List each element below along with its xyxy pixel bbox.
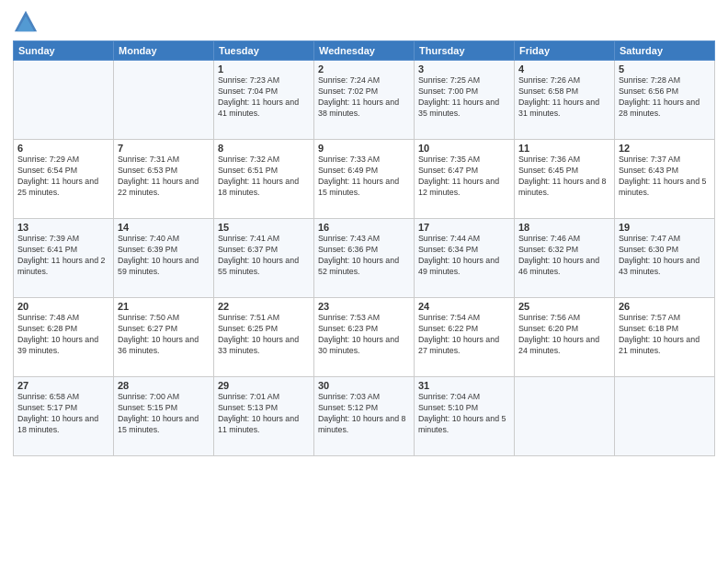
day-number: 3 [418,63,510,75]
day-info: Sunrise: 7:28 AM Sunset: 6:56 PM Dayligh… [619,75,711,120]
calendar-cell: 14Sunrise: 7:40 AM Sunset: 6:39 PM Dayli… [114,219,214,298]
day-info: Sunrise: 7:01 AM Sunset: 5:13 PM Dayligh… [218,392,310,436]
day-info: Sunrise: 7:00 AM Sunset: 5:15 PM Dayligh… [118,392,210,436]
day-number: 7 [118,143,210,154]
calendar-cell: 31Sunrise: 7:04 AM Sunset: 5:10 PM Dayli… [415,377,515,456]
day-number: 8 [218,143,310,154]
calendar-cell: 12Sunrise: 7:37 AM Sunset: 6:43 PM Dayli… [615,140,715,219]
calendar-cell: 30Sunrise: 7:03 AM Sunset: 5:12 PM Dayli… [314,377,415,456]
day-number: 28 [118,380,210,391]
calendar-header-row: SundayMondayTuesdayWednesdayThursdayFrid… [14,41,715,61]
day-info: Sunrise: 7:41 AM Sunset: 6:37 PM Dayligh… [218,234,310,278]
calendar-cell: 10Sunrise: 7:35 AM Sunset: 6:47 PM Dayli… [415,140,515,219]
day-number: 22 [218,301,310,312]
day-info: Sunrise: 7:57 AM Sunset: 6:18 PM Dayligh… [619,313,711,357]
day-info: Sunrise: 7:31 AM Sunset: 6:53 PM Dayligh… [118,155,210,199]
day-info: Sunrise: 7:35 AM Sunset: 6:47 PM Dayligh… [418,155,510,199]
day-header-monday: Monday [114,41,214,61]
calendar-week-row: 13Sunrise: 7:39 AM Sunset: 6:41 PM Dayli… [14,219,715,298]
day-number: 27 [17,380,109,391]
calendar-cell [615,377,715,456]
day-info: Sunrise: 7:04 AM Sunset: 5:10 PM Dayligh… [418,392,510,436]
day-info: Sunrise: 7:24 AM Sunset: 7:02 PM Dayligh… [318,75,410,120]
day-number: 31 [418,380,510,391]
day-number: 19 [619,222,711,233]
calendar-cell: 25Sunrise: 7:56 AM Sunset: 6:20 PM Dayli… [515,298,615,377]
day-info: Sunrise: 7:25 AM Sunset: 7:00 PM Dayligh… [418,75,510,120]
calendar-cell: 27Sunrise: 6:58 AM Sunset: 5:17 PM Dayli… [14,377,114,456]
day-info: Sunrise: 7:54 AM Sunset: 6:22 PM Dayligh… [418,313,510,357]
day-header-wednesday: Wednesday [314,41,415,61]
calendar-cell: 6Sunrise: 7:29 AM Sunset: 6:54 PM Daylig… [14,140,114,219]
day-number: 13 [17,222,109,233]
day-number: 11 [518,143,610,154]
calendar-table: SundayMondayTuesdayWednesdayThursdayFrid… [13,40,715,456]
calendar-cell: 15Sunrise: 7:41 AM Sunset: 6:37 PM Dayli… [214,219,314,298]
day-number: 30 [318,380,410,391]
day-header-tuesday: Tuesday [214,41,314,61]
logo-icon [13,9,39,35]
day-number: 2 [318,63,410,75]
day-number: 10 [418,143,510,154]
calendar-cell: 18Sunrise: 7:46 AM Sunset: 6:32 PM Dayli… [515,219,615,298]
day-number: 15 [218,222,310,233]
day-header-friday: Friday [515,41,615,61]
day-number: 5 [619,63,711,75]
day-info: Sunrise: 6:58 AM Sunset: 5:17 PM Dayligh… [17,392,109,436]
day-number: 18 [518,222,610,233]
day-info: Sunrise: 7:36 AM Sunset: 6:45 PM Dayligh… [518,155,610,199]
day-number: 4 [518,63,610,75]
day-info: Sunrise: 7:03 AM Sunset: 5:12 PM Dayligh… [318,392,410,436]
calendar-cell: 8Sunrise: 7:32 AM Sunset: 6:51 PM Daylig… [214,140,314,219]
day-number: 12 [619,143,711,154]
day-info: Sunrise: 7:32 AM Sunset: 6:51 PM Dayligh… [218,155,310,199]
day-number: 14 [118,222,210,233]
day-info: Sunrise: 7:43 AM Sunset: 6:36 PM Dayligh… [318,234,410,278]
calendar-cell: 13Sunrise: 7:39 AM Sunset: 6:41 PM Dayli… [14,219,114,298]
day-info: Sunrise: 7:53 AM Sunset: 6:23 PM Dayligh… [318,313,410,357]
calendar-cell [114,61,214,140]
calendar-cell: 21Sunrise: 7:50 AM Sunset: 6:27 PM Dayli… [114,298,214,377]
calendar-cell: 2Sunrise: 7:24 AM Sunset: 7:02 PM Daylig… [314,61,415,140]
day-number: 23 [318,301,410,312]
calendar-week-row: 6Sunrise: 7:29 AM Sunset: 6:54 PM Daylig… [14,140,715,219]
calendar-cell: 29Sunrise: 7:01 AM Sunset: 5:13 PM Dayli… [214,377,314,456]
day-info: Sunrise: 7:48 AM Sunset: 6:28 PM Dayligh… [17,313,109,357]
day-number: 29 [218,380,310,391]
calendar-week-row: 27Sunrise: 6:58 AM Sunset: 5:17 PM Dayli… [14,377,715,456]
day-info: Sunrise: 7:40 AM Sunset: 6:39 PM Dayligh… [118,234,210,278]
day-info: Sunrise: 7:23 AM Sunset: 7:04 PM Dayligh… [218,75,310,120]
day-number: 21 [118,301,210,312]
calendar-cell: 24Sunrise: 7:54 AM Sunset: 6:22 PM Dayli… [415,298,515,377]
calendar-cell: 23Sunrise: 7:53 AM Sunset: 6:23 PM Dayli… [314,298,415,377]
day-number: 1 [218,63,310,75]
day-number: 6 [17,143,109,154]
calendar-cell: 26Sunrise: 7:57 AM Sunset: 6:18 PM Dayli… [615,298,715,377]
calendar-cell: 16Sunrise: 7:43 AM Sunset: 6:36 PM Dayli… [314,219,415,298]
day-number: 24 [418,301,510,312]
calendar-cell [14,61,114,140]
calendar-cell [515,377,615,456]
day-info: Sunrise: 7:37 AM Sunset: 6:43 PM Dayligh… [619,155,711,199]
logo [13,9,41,35]
day-header-thursday: Thursday [415,41,515,61]
day-info: Sunrise: 7:29 AM Sunset: 6:54 PM Dayligh… [17,155,109,199]
calendar-cell: 3Sunrise: 7:25 AM Sunset: 7:00 PM Daylig… [415,61,515,140]
calendar-week-row: 20Sunrise: 7:48 AM Sunset: 6:28 PM Dayli… [14,298,715,377]
calendar-cell: 5Sunrise: 7:28 AM Sunset: 6:56 PM Daylig… [615,61,715,140]
day-info: Sunrise: 7:26 AM Sunset: 6:58 PM Dayligh… [518,75,610,120]
day-number: 16 [318,222,410,233]
calendar-cell: 1Sunrise: 7:23 AM Sunset: 7:04 PM Daylig… [214,61,314,140]
day-number: 9 [318,143,410,154]
calendar-cell: 28Sunrise: 7:00 AM Sunset: 5:15 PM Dayli… [114,377,214,456]
calendar-cell: 20Sunrise: 7:48 AM Sunset: 6:28 PM Dayli… [14,298,114,377]
calendar-week-row: 1Sunrise: 7:23 AM Sunset: 7:04 PM Daylig… [14,61,715,140]
day-number: 26 [619,301,711,312]
calendar-cell: 11Sunrise: 7:36 AM Sunset: 6:45 PM Dayli… [515,140,615,219]
day-number: 17 [418,222,510,233]
day-header-sunday: Sunday [14,41,114,61]
day-info: Sunrise: 7:39 AM Sunset: 6:41 PM Dayligh… [17,234,109,278]
calendar-cell: 22Sunrise: 7:51 AM Sunset: 6:25 PM Dayli… [214,298,314,377]
day-info: Sunrise: 7:33 AM Sunset: 6:49 PM Dayligh… [318,155,410,199]
day-number: 20 [17,301,109,312]
